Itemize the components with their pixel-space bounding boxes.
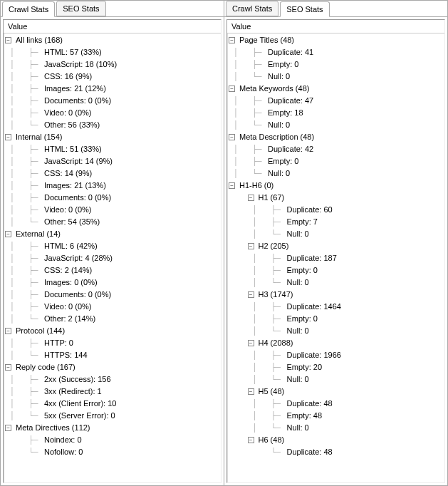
tree-leaf[interactable]: │ ├─ Documents: 0 (0%) [5, 192, 219, 204]
collapse-icon[interactable]: − [248, 437, 254, 443]
tree-leaf[interactable]: │ ├─ JavaScript: 18 (10%) [5, 58, 219, 71]
tree-leaf[interactable]: │ └─ Null: 0 [229, 276, 443, 289]
collapse-icon[interactable]: − [5, 425, 11, 431]
column-header[interactable]: Value [4, 20, 221, 33]
tree-leaf[interactable]: │ ├─ Empty: 7 [229, 216, 443, 228]
tree-branch[interactable]: −Meta Description (48) [229, 131, 443, 143]
tree-leaf[interactable]: │ ├─ Video: 0 (0%) [5, 107, 219, 119]
tab-seo-stats[interactable]: SEO Stats [280, 1, 329, 17]
tree-leaf[interactable]: │ ├─ Duplicate: 41 [229, 46, 443, 58]
tree-leaf[interactable]: │ ├─ Documents: 0 (0%) [5, 95, 219, 107]
tree-connector-icon: ├─ [24, 386, 43, 398]
tree-leaf[interactable]: │ ├─ Duplicate: 187 [229, 252, 443, 264]
tree-leaf[interactable]: │ ├─ Empty: 20 [229, 361, 443, 373]
tree-leaf[interactable]: │ ├─ Empty: 0 [229, 155, 443, 167]
tree-leaf[interactable]: │ ├─ CSS: 2 (14%) [5, 264, 219, 276]
tree-branch[interactable]: −Page Titles (48) [229, 34, 443, 46]
tree-branch[interactable]: −Meta Keywords (48) [229, 83, 443, 95]
collapse-icon[interactable]: − [5, 328, 11, 334]
tree-branch[interactable]: −All links (168) [5, 34, 219, 46]
tree-leaf[interactable]: │ ├─ Duplicate: 1464 [229, 301, 443, 313]
collapse-icon[interactable]: − [248, 195, 254, 201]
tree-leaf[interactable]: │ ├─ Empty: 18 [229, 107, 443, 119]
tab-seo-stats[interactable]: SEO Stats [56, 1, 105, 16]
tree-leaf[interactable]: │ ├─ JavaScript: 4 (28%) [5, 252, 219, 264]
tree-branch[interactable]: −H1-H6 (0) [229, 180, 443, 192]
collapse-icon[interactable]: − [5, 37, 11, 43]
tree-leaf[interactable]: │ └─ Null: 0 [229, 228, 443, 240]
tree-leaf[interactable]: │ └─ Null: 0 [229, 325, 443, 337]
tree-leaf[interactable]: └─ Nofollow: 0 [5, 446, 219, 458]
tree-leaf[interactable]: │ ├─ Duplicate: 60 [229, 204, 443, 216]
tree-guide [229, 434, 248, 446]
collapse-icon[interactable]: − [229, 37, 235, 43]
tree-branch[interactable]: −Reply code (167) [5, 361, 219, 373]
collapse-icon[interactable]: − [248, 388, 254, 395]
collapse-icon[interactable]: − [5, 364, 11, 371]
tree-branch[interactable]: −H1 (67) [229, 192, 443, 204]
tree-branch[interactable]: −External (14) [5, 228, 219, 240]
tree-leaf[interactable]: │ ├─ 4xx (Client Error): 10 [5, 398, 219, 410]
collapse-icon[interactable]: − [248, 243, 254, 249]
collapse-icon[interactable]: − [229, 86, 235, 92]
tree-leaf[interactable]: │ ├─ HTML: 6 (42%) [5, 240, 219, 252]
tree-leaf[interactable]: │ ├─ CSS: 16 (9%) [5, 71, 219, 83]
tree-leaf[interactable]: │ ├─ 3xx (Redirect): 1 [5, 386, 219, 398]
tree-leaf[interactable]: │ ├─ Duplicate: 48 [229, 398, 443, 410]
collapse-icon[interactable]: − [248, 291, 254, 298]
tree-leaf[interactable]: │ └─ Null: 0 [229, 71, 443, 83]
tree-leaf[interactable]: │ └─ Null: 0 [229, 119, 443, 131]
tree-branch[interactable]: −Protocol (144) [5, 325, 219, 337]
tree-leaf[interactable]: │ ├─ Images: 0 (0%) [5, 276, 219, 289]
tree-leaf[interactable]: │ ├─ Empty: 0 [229, 313, 443, 325]
tree-leaf[interactable]: │ ├─ CSS: 14 (9%) [5, 167, 219, 180]
tree-guide: │ [229, 325, 266, 337]
tree-leaf[interactable]: │ └─ Other: 56 (33%) [5, 119, 219, 131]
tree-leaf[interactable]: │ └─ Other: 54 (35%) [5, 216, 219, 228]
crawl-tree[interactable]: −All links (168) │ ├─ HTML: 57 (33%) │ ├… [4, 33, 221, 482]
tree-guide: │ [5, 252, 24, 264]
collapse-icon[interactable]: − [5, 134, 11, 140]
tree-leaf[interactable]: │ ├─ 2xx (Success): 156 [5, 373, 219, 386]
tab-crawl-stats[interactable]: Crawl Stats [226, 1, 278, 16]
tree-leaf[interactable]: │ ├─ Empty: 0 [229, 264, 443, 276]
tree-leaf[interactable]: │ └─ HTTPS: 144 [5, 349, 219, 361]
collapse-icon[interactable]: − [248, 340, 254, 346]
tree-leaf[interactable]: │ ├─ Empty: 0 [229, 58, 443, 71]
collapse-icon[interactable]: − [229, 134, 235, 140]
tree-leaf[interactable]: │ ├─ Duplicate: 42 [229, 143, 443, 155]
tree-leaf[interactable]: │ ├─ JavaScript: 14 (9%) [5, 155, 219, 167]
tree-branch[interactable]: −Meta Directives (112) [5, 422, 219, 434]
tree-leaf[interactable]: └─ Duplicate: 48 [229, 446, 443, 458]
tree-branch[interactable]: −H2 (205) [229, 240, 443, 252]
tree-leaf[interactable]: │ └─ Null: 0 [229, 422, 443, 434]
tree-leaf[interactable]: │ ├─ Empty: 48 [229, 410, 443, 422]
tree-leaf[interactable]: │ ├─ HTTP: 0 [5, 337, 219, 349]
tree-branch[interactable]: −H4 (2088) [229, 337, 443, 349]
collapse-icon[interactable]: − [229, 182, 235, 189]
tree-connector-icon: ├─ [24, 398, 43, 410]
tree-leaf[interactable]: │ └─ Null: 0 [229, 373, 443, 386]
tab-crawl-stats[interactable]: Crawl Stats [2, 1, 55, 17]
tree-leaf[interactable]: │ ├─ HTML: 57 (33%) [5, 46, 219, 58]
tree-leaf[interactable]: │ ├─ Images: 21 (12%) [5, 83, 219, 95]
tree-branch[interactable]: −H6 (48) [229, 434, 443, 446]
tree-leaf[interactable]: │ ├─ Video: 0 (0%) [5, 301, 219, 313]
tree-leaf[interactable]: │ └─ Other: 2 (14%) [5, 313, 219, 325]
collapse-icon[interactable]: − [5, 231, 11, 237]
tree-leaf[interactable]: │ ├─ Images: 21 (13%) [5, 180, 219, 192]
tree-leaf[interactable]: │ └─ 5xx (Server Error): 0 [5, 410, 219, 422]
tree-branch[interactable]: −H3 (1747) [229, 289, 443, 301]
tree-leaf[interactable]: │ ├─ Duplicate: 47 [229, 95, 443, 107]
tree-leaf[interactable]: ├─ Noindex: 0 [5, 434, 219, 446]
tree-leaf[interactable]: │ ├─ HTML: 51 (33%) [5, 143, 219, 155]
tree-connector-icon: └─ [266, 422, 286, 434]
tree-leaf[interactable]: │ ├─ Duplicate: 1966 [229, 349, 443, 361]
tree-branch[interactable]: −Internal (154) [5, 131, 219, 143]
seo-tree[interactable]: −Page Titles (48) │ ├─ Duplicate: 41 │ ├… [227, 33, 444, 482]
tree-leaf[interactable]: │ ├─ Video: 0 (0%) [5, 204, 219, 216]
column-header[interactable]: Value [227, 20, 444, 33]
tree-branch[interactable]: −H5 (48) [229, 386, 443, 398]
tree-leaf[interactable]: │ ├─ Documents: 0 (0%) [5, 289, 219, 301]
tree-leaf[interactable]: │ └─ Null: 0 [229, 167, 443, 180]
